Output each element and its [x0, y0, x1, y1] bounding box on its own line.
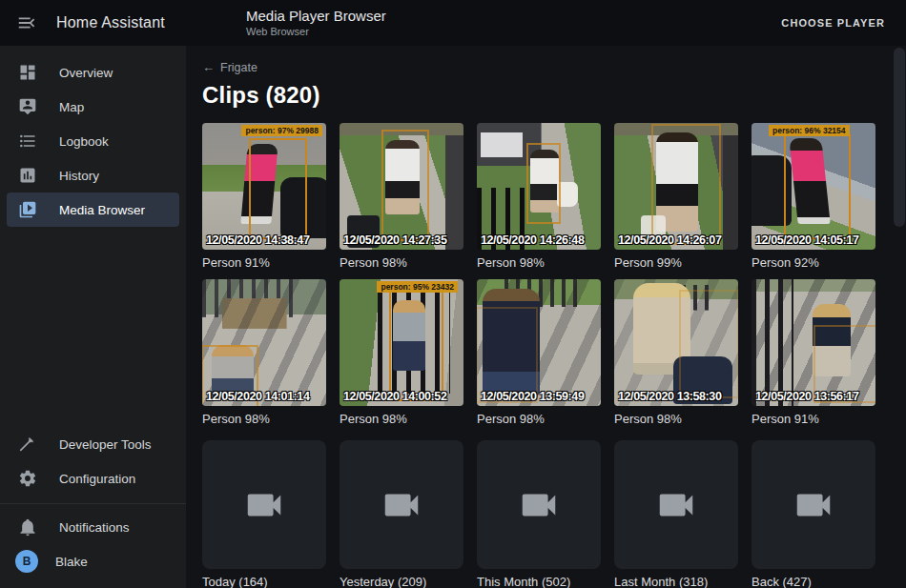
video-camera-icon	[654, 483, 698, 527]
clip-thumbnail: person: 97% 2998812/05/2020 14:38:47	[202, 123, 326, 250]
clip-label: Person 98%	[477, 412, 601, 426]
clip-item[interactable]: 12/05/2020 14:01:14Person 98%	[202, 279, 326, 426]
sidebar-item-logbook[interactable]: Logbook	[0, 124, 186, 158]
page-header-subtitle: Web Browser	[246, 26, 386, 38]
avatar: B	[15, 550, 38, 573]
video-camera-icon	[517, 483, 561, 527]
breadcrumb-back[interactable]: ← Frigate	[202, 60, 257, 74]
profile-name: Blake	[55, 555, 88, 569]
folder-label: Last Month (318)	[614, 575, 738, 588]
clip-timestamp: 12/05/2020 14:38:47	[206, 233, 309, 247]
clip-timestamp: 12/05/2020 14:01:14	[206, 390, 309, 403]
sidebar-item-label: Configuration	[59, 472, 135, 486]
clip-timestamp: 12/05/2020 14:26:48	[481, 233, 584, 247]
clip-timestamp: 12/05/2020 14:05:17	[755, 233, 858, 247]
clip-timestamp: 12/05/2020 14:00:52	[343, 390, 446, 403]
sidebar-item-map[interactable]: Map	[0, 90, 186, 124]
clip-timestamp: 12/05/2020 13:56:17	[755, 390, 858, 403]
clip-item[interactable]: 12/05/2020 14:26:07Person 99%	[614, 123, 738, 270]
folder-card	[477, 440, 601, 569]
clip-item[interactable]: 12/05/2020 13:59:49Person 98%	[477, 279, 601, 426]
detection-tag: person: 97% 29988	[241, 125, 322, 136]
scrollbar-thumb[interactable]	[894, 48, 905, 227]
detection-bbox	[389, 291, 443, 401]
clip-label: Person 99%	[614, 255, 738, 270]
home-assistant-app: Home Assistant Media Player Browser Web …	[0, 0, 906, 588]
sidebar-header: Home Assistant	[0, 4, 186, 42]
video-camera-icon	[792, 483, 835, 527]
hammer-icon	[17, 434, 38, 455]
clip-timestamp: 12/05/2020 14:26:07	[618, 233, 721, 247]
folder-item-today-164-[interactable]: Today (164)	[202, 440, 326, 588]
clip-label: Person 92%	[752, 255, 875, 270]
menu-open-icon[interactable]	[8, 4, 46, 42]
clip-thumbnail: 12/05/2020 13:58:30	[614, 279, 738, 406]
folder-item-last-month-318-[interactable]: Last Month (318)	[614, 440, 738, 588]
sidebar-divider	[0, 503, 186, 504]
back-label: Frigate	[220, 61, 257, 74]
app-header: Home Assistant Media Player Browser Web …	[0, 0, 906, 46]
sidebar-item-label: Media Browser	[59, 203, 145, 217]
page-title: Clips (820)	[202, 82, 906, 109]
detection-bbox	[784, 134, 851, 239]
folder-card	[340, 440, 463, 569]
detection-bbox	[249, 138, 307, 239]
page-header-title: Media Player Browser	[246, 8, 386, 25]
folder-label: Yesterday (209)	[340, 575, 463, 588]
clip-item[interactable]: 12/05/2020 13:58:30Person 98%	[614, 279, 738, 426]
chart-box-icon	[17, 165, 38, 186]
choose-player-button[interactable]: CHOOSE PLAYER	[773, 10, 893, 36]
folder-card	[202, 440, 326, 569]
clip-item[interactable]: person: 96% 3215412/05/2020 14:05:17Pers…	[752, 123, 875, 270]
detection-bbox	[651, 124, 721, 244]
video-camera-icon	[380, 483, 423, 527]
clip-label: Person 91%	[752, 412, 875, 426]
clip-label: Person 91%	[202, 255, 326, 270]
sidebar-item-developer-tools[interactable]: Developer Tools	[0, 427, 186, 461]
clip-thumbnail: person: 96% 3215412/05/2020 14:05:17	[752, 123, 875, 250]
clip-item[interactable]: person: 97% 2998812/05/2020 14:38:47Pers…	[202, 123, 326, 270]
video-camera-icon	[242, 483, 286, 527]
gear-icon	[17, 468, 38, 489]
clip-thumbnail: 12/05/2020 14:27:35	[340, 123, 463, 250]
back-arrow-icon: ←	[202, 60, 215, 74]
sidebar-bottom: Notifications B Blake	[0, 510, 186, 588]
clip-item[interactable]: person: 95% 2343212/05/2020 14:00:52Pers…	[340, 279, 463, 426]
sidebar-footer-nav: Developer ToolsConfiguration	[0, 427, 186, 496]
sidebar-item-configuration[interactable]: Configuration	[0, 461, 186, 496]
page-header-titles: Media Player Browser Web Browser	[246, 8, 386, 38]
clip-item[interactable]: 12/05/2020 14:27:35Person 98%	[340, 123, 463, 270]
folder-item-back-427-[interactable]: Back (427)	[752, 440, 875, 588]
clip-thumbnail: 12/05/2020 13:59:49	[477, 279, 601, 406]
sidebar: OverviewMapLogbookHistoryMedia Browser D…	[0, 46, 186, 588]
folder-label: Back (427)	[752, 575, 875, 588]
media-browser-content: ← Frigate Clips (820) person: 97% 299881…	[186, 46, 906, 588]
sidebar-item-media-browser[interactable]: Media Browser	[7, 193, 179, 227]
clip-label: Person 98%	[202, 412, 326, 426]
clips-grid: person: 97% 2998812/05/2020 14:38:47Pers…	[202, 123, 906, 426]
folder-card	[614, 440, 738, 569]
sidebar-spacer	[0, 227, 186, 427]
sidebar-item-label: History	[59, 169, 99, 183]
bell-icon	[17, 517, 38, 537]
play-box-multiple-icon	[17, 199, 38, 220]
clip-timestamp: 12/05/2020 13:58:30	[618, 390, 721, 403]
sidebar-item-history[interactable]: History	[0, 158, 186, 193]
clip-thumbnail: 12/05/2020 14:01:14	[202, 279, 326, 406]
tooltip-account-icon	[17, 96, 38, 117]
sidebar-item-notifications[interactable]: Notifications	[0, 510, 186, 544]
folder-card	[752, 440, 875, 569]
folder-item-yesterday-209-[interactable]: Yesterday (209)	[340, 440, 463, 588]
sidebar-item-label: Notifications	[59, 520, 130, 535]
clip-item[interactable]: 12/05/2020 13:56:17Person 91%	[752, 279, 875, 426]
view-dashboard-icon	[17, 62, 38, 83]
clip-label: Person 98%	[614, 412, 738, 426]
sidebar-item-profile[interactable]: B Blake	[0, 544, 186, 578]
clip-item[interactable]: 12/05/2020 14:26:48Person 98%	[477, 123, 601, 270]
app-title: Home Assistant	[56, 14, 165, 31]
sidebar-item-overview[interactable]: Overview	[0, 55, 186, 90]
clip-thumbnail: 12/05/2020 13:56:17	[752, 279, 875, 406]
detection-tag: person: 95% 23432	[377, 281, 458, 293]
folder-label: This Month (502)	[477, 575, 601, 588]
folder-item-this-month-502-[interactable]: This Month (502)	[477, 440, 601, 588]
